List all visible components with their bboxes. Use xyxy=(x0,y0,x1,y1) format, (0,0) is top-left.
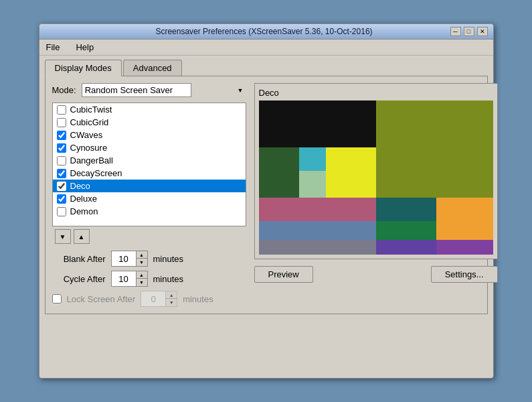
svg-rect-14 xyxy=(376,240,436,255)
svg-rect-4 xyxy=(299,171,326,198)
menu-help[interactable]: Help xyxy=(73,42,96,53)
deco-preview xyxy=(259,100,493,255)
list-item[interactable]: DecayScreen xyxy=(53,167,246,180)
item-label: CubicGrid xyxy=(70,117,109,127)
svg-rect-0 xyxy=(259,100,376,147)
minimize-button[interactable]: ─ xyxy=(450,27,461,36)
cycle-after-label: Cycle After xyxy=(52,274,106,284)
right-panel: Deco xyxy=(254,83,498,307)
checkbox-deco[interactable] xyxy=(57,182,66,191)
lock-spinner: ▲ ▼ xyxy=(141,291,177,307)
window-title: Screensaver Preferences (XScreenSaver 5.… xyxy=(78,27,450,36)
tab-display-modes-content: Mode: Random Screen Saver Disable Screen… xyxy=(45,76,488,314)
cycle-after-row: Cycle After ▲ ▼ minutes xyxy=(52,271,246,287)
lock-spin-buttons: ▲ ▼ xyxy=(165,291,177,306)
main-layout: Mode: Random Screen Saver Disable Screen… xyxy=(52,83,480,307)
mode-select-wrapper: Random Screen Saver Disable Screen Saver… xyxy=(82,83,246,97)
lock-row: Lock Screen After ▲ ▼ minutes xyxy=(52,291,246,307)
svg-rect-12 xyxy=(436,198,493,240)
tab-display-modes[interactable]: Display Modes xyxy=(45,60,122,76)
checkbox-cynosure[interactable] xyxy=(57,143,66,153)
cycle-after-down[interactable]: ▼ xyxy=(137,279,147,286)
scroll-down-button[interactable]: ▼ xyxy=(55,229,71,244)
lock-label: Lock Screen After xyxy=(67,294,136,304)
checkbox-cwaves[interactable] xyxy=(57,131,66,140)
checkbox-cubicgrid[interactable] xyxy=(57,118,66,127)
item-label: Demon xyxy=(70,206,98,216)
item-label: Deco xyxy=(70,181,90,191)
scroll-up-button[interactable]: ▲ xyxy=(74,229,90,244)
list-item[interactable]: CubicGrid xyxy=(53,116,246,129)
cycle-after-unit: minutes xyxy=(153,274,184,284)
menubar: File Help xyxy=(39,40,493,56)
mode-label: Mode: xyxy=(52,85,76,95)
blank-after-spin-buttons: ▲ ▼ xyxy=(136,251,147,266)
lock-checkbox[interactable] xyxy=(52,294,62,304)
list-item-deco[interactable]: Deco xyxy=(53,180,246,192)
blank-after-up[interactable]: ▲ xyxy=(137,251,147,259)
blank-after-spinner: ▲ ▼ xyxy=(111,251,148,267)
svg-rect-5 xyxy=(326,147,376,198)
list-item[interactable]: CubicTwist xyxy=(53,103,246,116)
checkbox-dangerball[interactable] xyxy=(57,156,66,165)
svg-rect-6 xyxy=(376,147,493,198)
bottom-controls: Blank After ▲ ▼ minutes Cycle After xyxy=(52,251,246,307)
cycle-after-up[interactable]: ▲ xyxy=(137,271,147,279)
item-label: Cynosure xyxy=(70,143,108,153)
preview-label: Deco xyxy=(259,88,493,98)
settings-button[interactable]: Settings... xyxy=(431,266,498,283)
cycle-after-spinner: ▲ ▼ xyxy=(111,271,148,287)
item-label: CWaves xyxy=(70,130,103,140)
svg-rect-1 xyxy=(376,100,493,147)
checkbox-cubictwist[interactable] xyxy=(57,105,66,115)
close-button[interactable]: ✕ xyxy=(477,27,488,36)
list-item[interactable]: Cynosure xyxy=(53,141,246,154)
list-item[interactable]: Demon xyxy=(53,205,246,218)
mode-select[interactable]: Random Screen Saver Disable Screen Saver… xyxy=(82,83,191,97)
left-panel: Mode: Random Screen Saver Disable Screen… xyxy=(52,83,246,307)
tab-bar: Display Modes Advanced xyxy=(39,56,493,76)
preview-box: Deco xyxy=(254,83,498,259)
checkbox-demon[interactable] xyxy=(57,207,66,216)
lock-up[interactable]: ▲ xyxy=(166,291,177,299)
mode-row: Mode: Random Screen Saver Disable Screen… xyxy=(52,83,246,97)
svg-rect-13 xyxy=(259,240,376,255)
scroll-arrows: ▼ ▲ xyxy=(55,229,246,244)
svg-rect-7 xyxy=(259,198,376,221)
lock-unit: minutes xyxy=(183,294,213,304)
lock-down[interactable]: ▼ xyxy=(166,299,177,306)
preview-button[interactable]: Preview xyxy=(254,266,313,283)
restore-button[interactable]: □ xyxy=(464,27,474,36)
blank-after-label: Blank After xyxy=(52,254,106,264)
checkbox-deluxe[interactable] xyxy=(57,194,66,204)
svg-rect-3 xyxy=(299,147,326,171)
main-window: Screensaver Preferences (XScreenSaver 5.… xyxy=(39,23,494,379)
list-item[interactable]: DangerBall xyxy=(53,154,246,167)
blank-after-down[interactable]: ▼ xyxy=(137,259,147,266)
item-label: DecayScreen xyxy=(70,168,122,178)
cycle-after-spin-buttons: ▲ ▼ xyxy=(136,271,147,286)
blank-after-unit: minutes xyxy=(153,254,184,264)
svg-rect-2 xyxy=(259,147,299,198)
blank-after-row: Blank After ▲ ▼ minutes xyxy=(52,251,246,267)
lock-input[interactable] xyxy=(141,291,165,306)
list-item[interactable]: CWaves xyxy=(53,129,246,141)
titlebar: Screensaver Preferences (XScreenSaver 5.… xyxy=(39,24,493,40)
menu-file[interactable]: File xyxy=(43,42,63,53)
tab-advanced[interactable]: Advanced xyxy=(123,60,182,76)
svg-rect-15 xyxy=(436,240,493,255)
item-label: Deluxe xyxy=(70,194,97,204)
item-label: DangerBall xyxy=(70,155,113,165)
list-item[interactable]: Deluxe xyxy=(53,192,246,205)
checkbox-decayscreen[interactable] xyxy=(57,169,66,178)
titlebar-buttons: ─ □ ✕ xyxy=(450,27,488,36)
item-label: CubicTwist xyxy=(70,105,112,115)
svg-rect-10 xyxy=(259,221,376,240)
preview-settings-row: Preview Settings... xyxy=(254,266,498,283)
svg-rect-8 xyxy=(376,198,436,221)
screensaver-list[interactable]: CubicTwist CubicGrid CWaves Cynosure xyxy=(52,103,246,226)
blank-after-input[interactable] xyxy=(112,251,136,266)
cycle-after-input[interactable] xyxy=(112,271,136,286)
